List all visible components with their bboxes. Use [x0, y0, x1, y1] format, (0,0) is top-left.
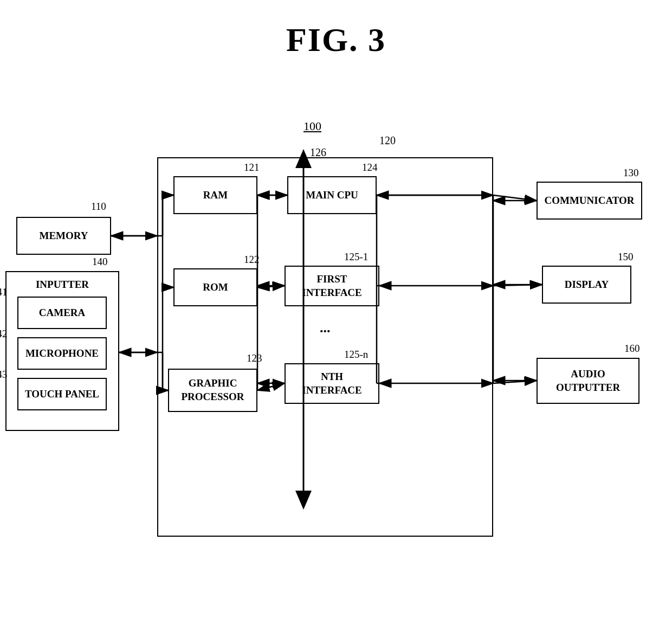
page-title: FIG. 3	[0, 0, 672, 59]
block-graphic-processor: GRAPHIC PROCESSOR	[168, 369, 257, 412]
inputter-label: INPUTTER	[7, 279, 118, 291]
label-123: 123	[247, 352, 262, 364]
label-141: 141	[0, 286, 8, 298]
block-nth-interface: NTH INTERFACE	[285, 363, 379, 404]
block-first-interface: FIRST INTERFACE	[285, 266, 379, 306]
label-150: 150	[618, 251, 634, 263]
label-142: 142	[0, 328, 8, 340]
label-125-n: 125-n	[344, 349, 368, 361]
block-display: DISPLAY	[542, 266, 631, 304]
label-143: 143	[0, 369, 8, 381]
block-communicator: COMMUNICATOR	[537, 182, 642, 220]
label-140: 140	[92, 256, 108, 268]
diagram: 100 120 MEMORY 110 INPUTTER CAMERA MICRO…	[0, 87, 672, 637]
block-touchpanel: TOUCH PANEL	[17, 378, 107, 410]
main-box-120	[157, 157, 493, 537]
svg-text:126: 126	[310, 146, 326, 158]
svg-line-16	[493, 285, 542, 286]
label-100: 100	[303, 119, 321, 133]
label-130: 130	[623, 167, 639, 179]
dots-separator: ...	[320, 320, 331, 336]
label-160: 160	[624, 343, 640, 355]
block-rom: ROM	[173, 268, 257, 306]
block-audio-outputter: AUDIO OUTPUTTER	[537, 358, 639, 404]
label-124: 124	[362, 162, 378, 173]
label-125-1: 125-1	[344, 251, 368, 263]
label-120: 120	[379, 134, 396, 147]
block-main-cpu: MAIN CPU	[287, 176, 377, 214]
label-121: 121	[244, 162, 260, 173]
block-microphone: MICROPHONE	[17, 337, 107, 370]
block-memory: MEMORY	[16, 217, 111, 255]
label-110: 110	[91, 201, 106, 213]
block-ram: RAM	[173, 176, 257, 214]
svg-line-18	[493, 381, 537, 383]
block-camera: CAMERA	[17, 297, 107, 329]
svg-line-14	[493, 195, 537, 201]
block-inputter: INPUTTER CAMERA MICROPHONE TOUCH PANEL	[5, 271, 119, 431]
label-122: 122	[244, 254, 260, 266]
